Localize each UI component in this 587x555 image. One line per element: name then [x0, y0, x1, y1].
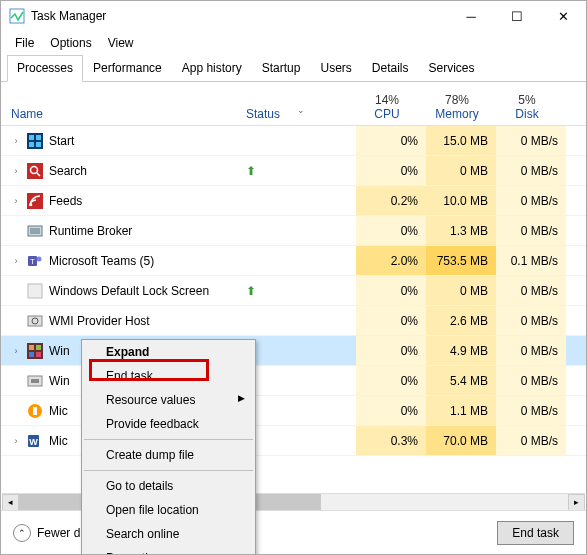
- column-headers: Name ⌄ Status 14% CPU 78% Memory 5% Disk: [1, 82, 586, 126]
- close-button[interactable]: ✕: [540, 1, 586, 31]
- process-name-label: Win: [49, 344, 70, 358]
- cm-resource-label: Resource values: [106, 393, 195, 407]
- col-header-disk[interactable]: 5% Disk: [496, 82, 566, 121]
- menu-options[interactable]: Options: [42, 33, 99, 53]
- cm-properties[interactable]: Properties: [82, 546, 255, 555]
- runtime-icon: [27, 223, 43, 239]
- expand-chevron-icon[interactable]: ›: [11, 196, 21, 206]
- cm-go-to-details[interactable]: Go to details: [82, 474, 255, 498]
- process-name-label: Feeds: [49, 194, 82, 208]
- process-row[interactable]: ›Feeds0.2%10.0 MB0 MB/s: [1, 186, 586, 216]
- cm-search-online[interactable]: Search online: [82, 522, 255, 546]
- svg-rect-12: [30, 228, 40, 234]
- process-name-cell: ›Feeds: [1, 193, 246, 209]
- cpu-cell: 2.0%: [356, 246, 426, 275]
- process-name-label: WMI Provider Host: [49, 314, 150, 328]
- tab-services[interactable]: Services: [419, 55, 485, 81]
- menu-file[interactable]: File: [7, 33, 42, 53]
- process-name-label: Runtime Broker: [49, 224, 132, 238]
- end-task-button[interactable]: End task: [497, 521, 574, 545]
- winhost-icon: [27, 373, 43, 389]
- svg-rect-22: [29, 352, 34, 357]
- cm-expand[interactable]: Expand: [82, 340, 255, 364]
- tab-performance[interactable]: Performance: [83, 55, 172, 81]
- cm-provide-feedback[interactable]: Provide feedback: [82, 412, 255, 436]
- process-name-label: Mic: [49, 404, 68, 418]
- cm-end-task[interactable]: End task: [82, 364, 255, 388]
- svg-rect-20: [29, 345, 34, 350]
- cpu-cell: 0%: [356, 156, 426, 185]
- process-row[interactable]: ›TMicrosoft Teams (5)2.0%753.5 MB0.1 MB/…: [1, 246, 586, 276]
- memory-cell: 0 MB: [426, 156, 496, 185]
- disk-cell: 0 MB/s: [496, 156, 566, 185]
- memory-cell: 1.3 MB: [426, 216, 496, 245]
- cm-separator: [84, 439, 253, 440]
- cm-open-location[interactable]: Open file location: [82, 498, 255, 522]
- menu-view[interactable]: View: [100, 33, 142, 53]
- word-icon: W: [27, 433, 43, 449]
- disk-cell: 0 MB/s: [496, 336, 566, 365]
- cpu-cell: 0%: [356, 276, 426, 305]
- minimize-button[interactable]: ─: [448, 1, 494, 31]
- cpu-cell: 0%: [356, 336, 426, 365]
- cpu-cell: 0%: [356, 216, 426, 245]
- maximize-button[interactable]: ☐: [494, 1, 540, 31]
- col-header-name[interactable]: Name: [1, 107, 246, 121]
- tab-processes[interactable]: Processes: [7, 55, 83, 82]
- process-row[interactable]: WMI Provider Host0%2.6 MB0 MB/s: [1, 306, 586, 336]
- process-name-label: Search: [49, 164, 87, 178]
- winrar-icon: [27, 343, 43, 359]
- expand-chevron-icon[interactable]: ›: [11, 346, 21, 356]
- disk-total-pct: 5%: [518, 93, 535, 107]
- process-row[interactable]: ›Search⬆0%0 MB0 MB/s: [1, 156, 586, 186]
- process-row[interactable]: ›Start0%15.0 MB0 MB/s: [1, 126, 586, 156]
- scroll-right-button[interactable]: ▸: [568, 494, 585, 511]
- taskmgr-icon: [9, 8, 25, 24]
- process-row[interactable]: Windows Default Lock Screen⬆0%0 MB0 MB/s: [1, 276, 586, 306]
- cpu-cell: 0.3%: [356, 426, 426, 455]
- process-name-cell: WMI Provider Host: [1, 313, 246, 329]
- disk-cell: 0 MB/s: [496, 306, 566, 335]
- tab-users[interactable]: Users: [310, 55, 361, 81]
- memory-cell: 0 MB: [426, 276, 496, 305]
- expand-chevron-icon[interactable]: ›: [11, 136, 21, 146]
- tab-startup[interactable]: Startup: [252, 55, 311, 81]
- col-header-status[interactable]: ⌄ Status: [246, 107, 356, 121]
- tab-details[interactable]: Details: [362, 55, 419, 81]
- process-name-cell: ›TMicrosoft Teams (5): [1, 253, 246, 269]
- search-icon: [27, 163, 43, 179]
- svg-rect-2: [29, 135, 34, 140]
- process-row[interactable]: Runtime Broker0%1.3 MB0 MB/s: [1, 216, 586, 246]
- cpu-cell: 0%: [356, 396, 426, 425]
- scroll-left-button[interactable]: ◂: [2, 494, 19, 511]
- svg-rect-6: [27, 163, 43, 179]
- status-cell: ⬆: [246, 164, 356, 178]
- window-title: Task Manager: [31, 9, 448, 23]
- col-header-cpu[interactable]: 14% CPU: [356, 82, 426, 121]
- submenu-arrow-icon: ▶: [238, 393, 245, 403]
- cm-resource-values[interactable]: Resource values ▶: [82, 388, 255, 412]
- cm-create-dump[interactable]: Create dump file: [82, 443, 255, 467]
- menubar: File Options View: [1, 31, 586, 55]
- disk-cell: 0 MB/s: [496, 216, 566, 245]
- expand-chevron-icon[interactable]: ›: [11, 256, 21, 266]
- fewer-details-toggle[interactable]: ⌃ Fewer d: [13, 524, 80, 542]
- cpu-cell: 0%: [356, 306, 426, 335]
- expand-chevron-icon[interactable]: ›: [11, 436, 21, 446]
- process-name-label: Windows Default Lock Screen: [49, 284, 209, 298]
- process-name-cell: Runtime Broker: [1, 223, 246, 239]
- expand-chevron-icon[interactable]: ›: [11, 166, 21, 176]
- svg-rect-27: [33, 407, 37, 415]
- svg-text:W: W: [29, 437, 38, 447]
- process-name-cell: Windows Default Lock Screen: [1, 283, 246, 299]
- disk-label: Disk: [515, 107, 538, 121]
- status-cell: ⬆: [246, 284, 356, 298]
- process-name-label: Mic: [49, 434, 68, 448]
- start-icon: [27, 133, 43, 149]
- blank-icon: [27, 283, 43, 299]
- col-header-status-label: Status: [246, 107, 280, 121]
- tab-app-history[interactable]: App history: [172, 55, 252, 81]
- col-header-memory[interactable]: 78% Memory: [426, 82, 496, 121]
- memory-cell: 70.0 MB: [426, 426, 496, 455]
- cpu-cell: 0%: [356, 366, 426, 395]
